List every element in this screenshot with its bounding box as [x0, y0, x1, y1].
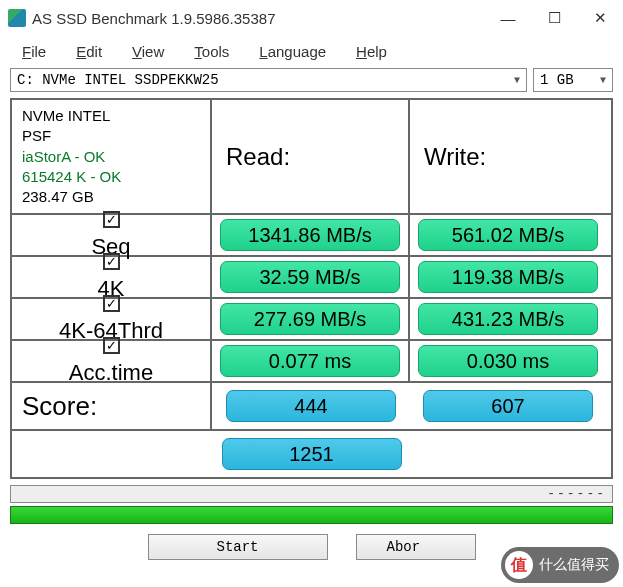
menubar: File Edit View Tools Language Help [0, 36, 623, 66]
test-row-acctime: ✓ Acc.time 0.077 ms 0.030 ms [12, 341, 611, 383]
minimize-button[interactable]: — [485, 0, 531, 36]
menu-file[interactable]: File [8, 39, 60, 64]
acctime-checkbox[interactable]: ✓ [103, 337, 120, 354]
size-select[interactable]: 1 GB ▼ [533, 68, 613, 92]
drive-alignment-status: 615424 K - OK [22, 167, 121, 187]
4k64-write-value: 431.23 MB/s [418, 303, 598, 335]
progress-bar [10, 506, 613, 524]
start-button[interactable]: Start [148, 534, 328, 560]
menu-view[interactable]: View [118, 39, 178, 64]
abort-button[interactable]: Abor [356, 534, 476, 560]
acctime-write-value: 0.030 ms [418, 345, 598, 377]
4k64-read-value: 277.69 MB/s [220, 303, 400, 335]
score-read: 444 [226, 390, 396, 422]
score-total-row: 1251 [12, 431, 611, 477]
app-icon [8, 9, 26, 27]
4k-write-value: 119.38 MB/s [418, 261, 598, 293]
score-total: 1251 [222, 438, 402, 470]
score-write: 607 [423, 390, 593, 422]
menu-tools[interactable]: Tools [180, 39, 243, 64]
watermark-icon: 值 [505, 551, 533, 579]
menu-help[interactable]: Help [342, 39, 401, 64]
results-grid: NVMe INTEL PSF iaStorA - OK 615424 K - O… [10, 98, 613, 479]
test-row-4k64: ✓ 4K-64Thrd 277.69 MB/s 431.23 MB/s [12, 299, 611, 341]
4k-read-value: 32.59 MB/s [220, 261, 400, 293]
drive-firmware: PSF [22, 126, 51, 146]
window-title: AS SSD Benchmark 1.9.5986.35387 [32, 10, 485, 27]
header-row: NVMe INTEL PSF iaStorA - OK 615424 K - O… [12, 100, 611, 215]
menu-language[interactable]: Language [245, 39, 340, 64]
score-row: Score: 444 607 [12, 383, 611, 431]
test-row-seq: ✓ Seq 1341.86 MB/s 561.02 MB/s [12, 215, 611, 257]
test-row-4k: ✓ 4K 32.59 MB/s 119.38 MB/s [12, 257, 611, 299]
maximize-button[interactable]: ☐ [531, 0, 577, 36]
read-header: Read: [212, 100, 410, 213]
seq-write-value: 561.02 MB/s [418, 219, 598, 251]
score-label: Score: [12, 383, 212, 429]
drive-capacity: 238.47 GB [22, 187, 94, 207]
drive-select[interactable]: C: NVMe INTEL SSDPEKKW25 ▼ [10, 68, 527, 92]
drive-model: NVMe INTEL [22, 106, 110, 126]
titlebar: AS SSD Benchmark 1.9.5986.35387 — ☐ ✕ [0, 0, 623, 36]
selector-row: C: NVMe INTEL SSDPEKKW25 ▼ 1 GB ▼ [0, 66, 623, 98]
4k64-checkbox[interactable]: ✓ [103, 295, 120, 312]
menu-edit[interactable]: Edit [62, 39, 116, 64]
watermark: 值 什么值得买 [501, 547, 619, 583]
seq-checkbox[interactable]: ✓ [103, 211, 120, 228]
chevron-down-icon: ▼ [600, 75, 606, 86]
acctime-read-value: 0.077 ms [220, 345, 400, 377]
status-bar: ------ [10, 485, 613, 503]
drive-info: NVMe INTEL PSF iaStorA - OK 615424 K - O… [12, 100, 212, 213]
drive-driver-status: iaStorA - OK [22, 147, 105, 167]
acctime-label: Acc.time [69, 360, 153, 386]
size-select-value: 1 GB [540, 72, 574, 88]
write-header: Write: [410, 100, 606, 213]
watermark-text: 什么值得买 [539, 556, 609, 574]
close-button[interactable]: ✕ [577, 0, 623, 36]
status-text: ------ [547, 486, 606, 501]
seq-read-value: 1341.86 MB/s [220, 219, 400, 251]
4k-checkbox[interactable]: ✓ [103, 253, 120, 270]
drive-select-value: C: NVMe INTEL SSDPEKKW25 [17, 72, 219, 88]
chevron-down-icon: ▼ [514, 75, 520, 86]
